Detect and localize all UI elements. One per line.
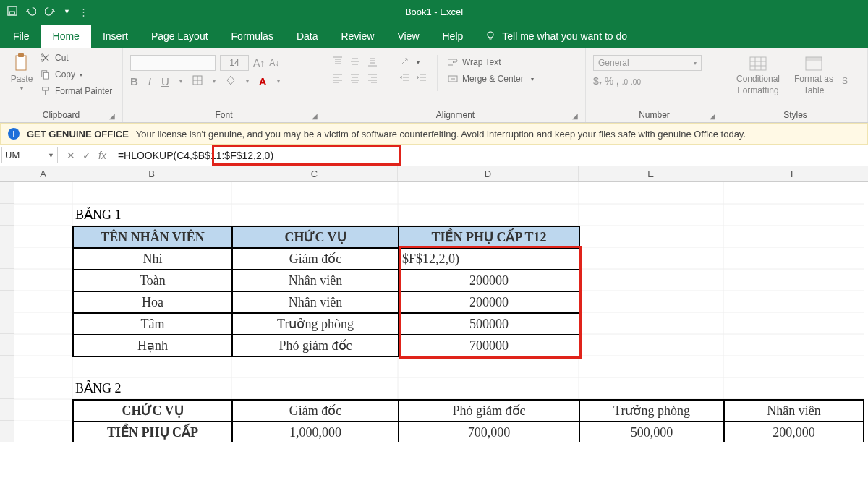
font-launcher-icon[interactable]: ◢: [312, 112, 318, 120]
align-middle-icon[interactable]: [350, 56, 360, 69]
table-row[interactable]: Toàn Nhân viên 200000: [73, 270, 579, 291]
cell[interactable]: Giám đốc: [232, 400, 399, 421]
cell[interactable]: Hạnh: [73, 335, 232, 356]
tell-me-search[interactable]: Tell me what you want to do: [475, 30, 637, 48]
save-icon[interactable]: [7, 6, 17, 18]
cell[interactable]: Nhân viên: [232, 291, 399, 313]
font-name-dropdown[interactable]: [130, 55, 216, 71]
bang2-row2-label[interactable]: TIỀN PHỤ CẤP: [73, 421, 232, 442]
enter-formula-icon[interactable]: ✓: [82, 150, 91, 161]
alignment-launcher-icon[interactable]: ◢: [572, 112, 578, 120]
undo-icon[interactable]: [26, 6, 36, 18]
tab-data[interactable]: Data: [285, 25, 330, 48]
table-row[interactable]: Nhi Giám đốc $F$12,2,0): [73, 248, 579, 270]
fill-color-icon[interactable]: [226, 75, 236, 87]
tab-home[interactable]: Home: [41, 25, 91, 48]
increase-decimal-icon[interactable]: .0: [622, 78, 628, 86]
tab-formulas[interactable]: Formulas: [220, 25, 285, 48]
cell[interactable]: Giám đốc: [232, 248, 399, 270]
cell[interactable]: Phó giám đốc: [232, 335, 399, 356]
qat-overflow-icon[interactable]: ⋮: [79, 7, 88, 17]
table-row[interactable]: CHỨC VỤ Giám đốc Phó giám đốc Trưởng phò…: [73, 400, 864, 421]
merge-center-button[interactable]: Merge & Center▾: [448, 72, 534, 86]
table-row[interactable]: Hạnh Phó giám đốc 700000: [73, 335, 579, 356]
percent-format-button[interactable]: %: [605, 75, 613, 87]
cell[interactable]: Toàn: [73, 270, 232, 291]
number-launcher-icon[interactable]: ◢: [710, 112, 715, 120]
cell[interactable]: Phó giám đốc: [399, 400, 579, 421]
spreadsheet-grid[interactable]: A B C D E F BẢNG 1 TÊN NHÂN VIÊN: [0, 166, 868, 442]
align-right-icon[interactable]: [367, 73, 378, 85]
tab-file[interactable]: File: [1, 25, 41, 48]
cut-button[interactable]: Cut: [41, 51, 112, 65]
redo-icon[interactable]: [45, 6, 55, 18]
table-row[interactable]: TIỀN PHỤ CẤP 1,000,000 700,000 500,000 2…: [73, 421, 864, 442]
cell[interactable]: 700,000: [399, 421, 579, 442]
format-painter-button[interactable]: Format Painter: [41, 84, 112, 98]
cancel-formula-icon[interactable]: ✕: [67, 150, 75, 161]
cell[interactable]: Nhân viên: [724, 400, 864, 421]
bang1-title: BẢNG 1: [75, 207, 122, 223]
name-box-dropdown-icon[interactable]: ▼: [48, 152, 54, 159]
tab-insert[interactable]: Insert: [91, 25, 140, 48]
fx-icon[interactable]: fx: [98, 150, 106, 161]
cell[interactable]: 500,000: [579, 421, 724, 442]
borders-icon[interactable]: [192, 75, 203, 87]
decrease-indent-icon[interactable]: [399, 73, 409, 85]
col-header-F[interactable]: F: [723, 166, 864, 181]
col-header-B[interactable]: B: [72, 166, 231, 181]
cell[interactable]: Nhân viên: [232, 270, 399, 291]
font-color-icon[interactable]: A: [259, 75, 267, 87]
cell[interactable]: Tâm: [73, 313, 232, 335]
comma-format-button[interactable]: ,: [616, 75, 619, 87]
decrease-decimal-icon[interactable]: .00: [631, 78, 641, 86]
cell[interactable]: 1,000,000: [232, 421, 399, 442]
qat-dropdown-icon[interactable]: ▼: [64, 8, 70, 15]
table-row[interactable]: Hoa Nhân viên 200000: [73, 291, 579, 313]
align-center-icon[interactable]: [350, 73, 360, 85]
increase-indent-icon[interactable]: [417, 73, 427, 85]
clipboard-launcher-icon[interactable]: ◢: [109, 112, 115, 120]
number-format-dropdown[interactable]: General▾: [593, 55, 702, 71]
increase-font-icon[interactable]: A↑: [253, 57, 265, 69]
underline-button[interactable]: U: [161, 75, 169, 87]
wrap-text-button[interactable]: Wrap Text: [448, 55, 534, 69]
col-header-C[interactable]: C: [231, 166, 398, 181]
align-bottom-icon[interactable]: [367, 56, 378, 69]
cell[interactable]: 700000: [399, 335, 579, 356]
tab-review[interactable]: Review: [330, 25, 386, 48]
tab-help[interactable]: Help: [431, 25, 475, 48]
cell[interactable]: Trưởng phòng: [579, 400, 724, 421]
font-size-dropdown[interactable]: 14: [220, 55, 249, 71]
info-icon: i: [8, 128, 20, 140]
italic-button[interactable]: I: [148, 75, 151, 87]
cell[interactable]: 200,000: [724, 421, 864, 442]
col-header-E[interactable]: E: [579, 166, 723, 181]
copy-button[interactable]: Copy▾: [41, 67, 112, 82]
active-cell[interactable]: $F$12,2,0): [399, 248, 579, 270]
format-as-table-button[interactable]: Format asTable: [791, 53, 836, 97]
cell[interactable]: Hoa: [73, 291, 232, 313]
cell[interactable]: 500000: [399, 313, 579, 335]
cell[interactable]: Trưởng phòng: [232, 313, 399, 335]
col-header-D[interactable]: D: [398, 166, 579, 181]
table-row[interactable]: Tâm Trưởng phòng 500000: [73, 313, 579, 335]
column-headers: A B C D E F: [0, 166, 868, 182]
formula-input[interactable]: [115, 147, 868, 163]
paste-button[interactable]: Paste ▾: [7, 51, 36, 94]
cell[interactable]: 200000: [399, 270, 579, 291]
accounting-format-button[interactable]: $: [593, 75, 599, 87]
tab-page-layout[interactable]: Page Layout: [140, 25, 220, 48]
orientation-icon[interactable]: [399, 56, 409, 69]
bold-button[interactable]: B: [130, 75, 138, 87]
tab-view[interactable]: View: [386, 25, 430, 48]
cell[interactable]: Nhi: [73, 248, 232, 270]
conditional-formatting-button[interactable]: ConditionalFormatting: [731, 53, 786, 97]
bang2-row1-label[interactable]: CHỨC VỤ: [73, 400, 232, 421]
cell[interactable]: 200000: [399, 291, 579, 313]
col-header-A[interactable]: A: [14, 166, 72, 181]
align-left-icon[interactable]: [333, 73, 343, 85]
decrease-font-icon[interactable]: A↓: [269, 58, 279, 68]
name-box[interactable]: UM ▼: [1, 147, 58, 163]
align-top-icon[interactable]: [333, 56, 343, 69]
